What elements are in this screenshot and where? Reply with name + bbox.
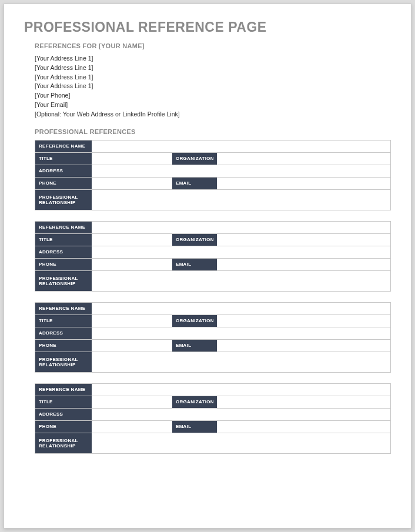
label-address: ADDRESS (35, 246, 92, 258)
label-reference-name: REFERENCE NAME (35, 384, 92, 396)
label-email: EMAIL (172, 340, 217, 352)
address-line: [Your Address Line 1] (35, 73, 391, 82)
field-email[interactable] (217, 340, 390, 352)
label-phone: PHONE (35, 421, 92, 433)
field-professional-relationship[interactable] (92, 352, 390, 372)
field-title[interactable] (92, 396, 172, 408)
label-address: ADDRESS (35, 165, 92, 177)
label-phone: PHONE (35, 340, 92, 352)
document-page: PROFESSIONAL REFERENCE PAGE REFERENCES F… (4, 4, 411, 528)
field-professional-relationship[interactable] (92, 190, 390, 210)
reference-block: REFERENCE NAME TITLE ORGANIZATION ADDRES… (35, 302, 391, 373)
label-reference-name: REFERENCE NAME (35, 303, 92, 314)
field-professional-relationship[interactable] (92, 433, 390, 453)
label-address: ADDRESS (35, 409, 92, 420)
field-address[interactable] (92, 165, 390, 177)
reference-block: REFERENCE NAME TITLE ORGANIZATION ADDRES… (35, 140, 391, 210)
field-address[interactable] (92, 409, 390, 420)
email-line: [Your Email] (35, 101, 391, 110)
address-line: [Your Address Line 1] (35, 54, 391, 63)
field-email[interactable] (217, 421, 390, 433)
page-title: PROFESSIONAL REFERENCE PAGE (24, 19, 391, 35)
field-organization[interactable] (217, 315, 390, 327)
field-phone[interactable] (92, 259, 172, 270)
web-line: [Optional: Your Web Address or LinkedIn … (35, 110, 391, 119)
field-phone[interactable] (92, 340, 172, 352)
field-email[interactable] (217, 178, 390, 189)
label-professional-relationship: PROFESSIONAL RELATIONSHIP (35, 271, 92, 291)
reference-block: REFERENCE NAME TITLE ORGANIZATION ADDRES… (35, 221, 391, 292)
field-title[interactable] (92, 315, 172, 327)
professional-references-header: PROFESSIONAL REFERENCES (35, 128, 391, 135)
field-professional-relationship[interactable] (92, 271, 390, 291)
label-title: TITLE (35, 315, 92, 327)
reference-block: REFERENCE NAME TITLE ORGANIZATION ADDRES… (35, 383, 391, 454)
field-reference-name[interactable] (92, 140, 390, 152)
field-reference-name[interactable] (92, 384, 390, 396)
field-reference-name[interactable] (92, 303, 390, 314)
address-line: [Your Address Line 1] (35, 82, 391, 91)
label-phone: PHONE (35, 259, 92, 270)
label-organization: ORGANIZATION (172, 234, 217, 246)
address-line: [Your Address Line 1] (35, 63, 391, 73)
address-block: [Your Address Line 1] [Your Address Line… (35, 54, 391, 119)
label-reference-name: REFERENCE NAME (35, 140, 92, 152)
field-phone[interactable] (92, 421, 172, 433)
label-organization: ORGANIZATION (172, 315, 217, 327)
label-organization: ORGANIZATION (172, 153, 217, 165)
label-reference-name: REFERENCE NAME (35, 222, 92, 233)
field-phone[interactable] (92, 178, 172, 189)
label-title: TITLE (35, 234, 92, 246)
label-professional-relationship: PROFESSIONAL RELATIONSHIP (35, 433, 92, 453)
field-organization[interactable] (217, 234, 390, 246)
field-title[interactable] (92, 153, 172, 165)
label-organization: ORGANIZATION (172, 396, 217, 408)
label-professional-relationship: PROFESSIONAL RELATIONSHIP (35, 352, 92, 372)
label-professional-relationship: PROFESSIONAL RELATIONSHIP (35, 190, 92, 210)
field-organization[interactable] (217, 396, 390, 408)
label-address: ADDRESS (35, 327, 92, 339)
field-address[interactable] (92, 246, 390, 258)
label-email: EMAIL (172, 178, 217, 189)
field-email[interactable] (217, 259, 390, 270)
field-organization[interactable] (217, 153, 390, 165)
field-reference-name[interactable] (92, 222, 390, 233)
label-title: TITLE (35, 396, 92, 408)
label-phone: PHONE (35, 178, 92, 189)
field-title[interactable] (92, 234, 172, 246)
label-title: TITLE (35, 153, 92, 165)
field-address[interactable] (92, 327, 390, 339)
label-email: EMAIL (172, 421, 217, 433)
references-for-subheader: REFERENCES FOR [YOUR NAME] (35, 42, 391, 49)
phone-line: [Your Phone] (35, 91, 391, 101)
label-email: EMAIL (172, 259, 217, 270)
